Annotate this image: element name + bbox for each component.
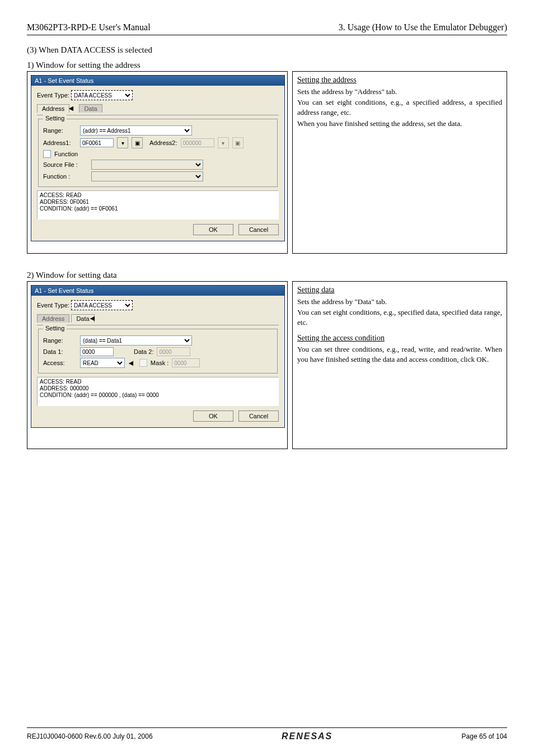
event-type-select[interactable]: DATA ACCESS [71,90,133,100]
tab-data[interactable]: Data [71,314,94,323]
cancel-button[interactable]: Cancel [238,224,279,235]
group-label: Setting [43,115,67,122]
titlebar: A1 - Set Event Status [31,76,284,86]
function-chk-label: Function [54,151,78,157]
desc-heading: Setting data [297,285,502,296]
arrow-icon: ◄ [127,358,135,367]
function-checkbox[interactable] [43,150,51,158]
data2-input [157,347,190,356]
range-select[interactable]: (addr) == Address1 [80,125,192,136]
source-file-select [91,160,203,170]
function-select [91,171,203,181]
footer-left: REJ10J0040-0600 Rev.6.00 July 01, 2006 [27,732,153,740]
ok-button[interactable]: OK [193,410,233,422]
desc-line: You can set eight conditions, e.g., a sp… [297,97,502,117]
part2-screenshot: A1 - Set Event Status Event Type: DATA A… [27,281,288,449]
titlebar: A1 - Set Event Status [31,286,284,296]
hdr-left: M3062PT3-RPD-E User's Manual [27,22,151,32]
addr2-dropdown-icon: ▾ [218,137,229,148]
range-label: Range: [43,127,77,134]
desc-line: You can set eight conditions, e.g., spec… [297,307,502,327]
data1-label: Data 1: [43,348,77,355]
ok-button[interactable]: OK [193,224,233,235]
desc-line: When you have finished setting the addre… [297,119,502,129]
addr1-label: Address1: [43,139,77,146]
data2-label: Data 2: [134,348,153,355]
range-label: Range: [43,337,77,344]
mask-input [172,358,200,367]
group-label: Setting [43,325,67,332]
hdr-right: 3. Usage (How to Use the Emulator Debugg… [339,22,507,32]
range-select[interactable]: (data) == Data1 [80,335,192,346]
desc-line: Sets the address by "Address" tab. [297,87,502,97]
addr2-input [181,138,214,147]
source-file-label: Source File : [43,161,88,168]
mask-checkbox [139,359,147,367]
dialog-window: A1 - Set Event Status Event Type: DATA A… [31,75,285,241]
addr1-browse-icon[interactable]: ▣ [132,137,143,148]
function-label: Function : [43,173,88,180]
addr1-input[interactable] [80,138,114,147]
tab-address[interactable]: Address [37,104,69,113]
event-type-select[interactable]: DATA ACCESS [71,300,133,310]
data1-input[interactable] [80,347,114,356]
status-box: ACCESS: READ ADDRESS: 0F0061 CONDITION: … [37,190,279,220]
hdr-rule [27,35,507,35]
footer-rule [27,727,507,728]
mask-label: Mask : [151,360,168,366]
desc-heading: Setting the access condition [297,333,502,344]
part1-screenshot: A1 - Set Event Status Event Type: DATA A… [27,71,288,254]
access-label: Access: [43,360,77,366]
event-type-label: Event Type: [37,302,69,309]
event-type-label: Event Type: [37,92,69,99]
desc-heading: Setting the address [297,75,502,86]
tab-address[interactable]: Address [37,314,69,323]
footer-right: Page 65 of 104 [462,732,507,740]
part2-description: Setting data Sets the address by "Data" … [292,281,507,449]
tab-data[interactable]: Data [79,104,102,113]
addr1-dropdown-icon[interactable]: ▾ [117,137,128,148]
addr2-browse-icon: ▣ [232,137,243,148]
part1-description: Setting the address Sets the address by … [292,71,507,254]
desc-line: Sets the address by "Data" tab. [297,297,502,307]
part1-caption: 1) Window for setting the address [27,60,507,70]
section-title: (3) When DATA ACCESS is selected [27,45,507,55]
renesas-logo: RENESAS [282,731,332,741]
access-select[interactable]: READ [80,358,125,368]
status-box: ACCESS: READ ADDRESS: 000000 CONDITION: … [37,377,279,406]
dialog-window: A1 - Set Event Status Event Type: DATA A… [31,285,285,428]
cancel-button[interactable]: Cancel [238,410,279,422]
part2-caption: 2) Window for setting data [27,270,507,280]
addr2-label: Address2: [149,139,177,146]
desc-line: You can set three conditions, e.g., read… [297,344,502,364]
